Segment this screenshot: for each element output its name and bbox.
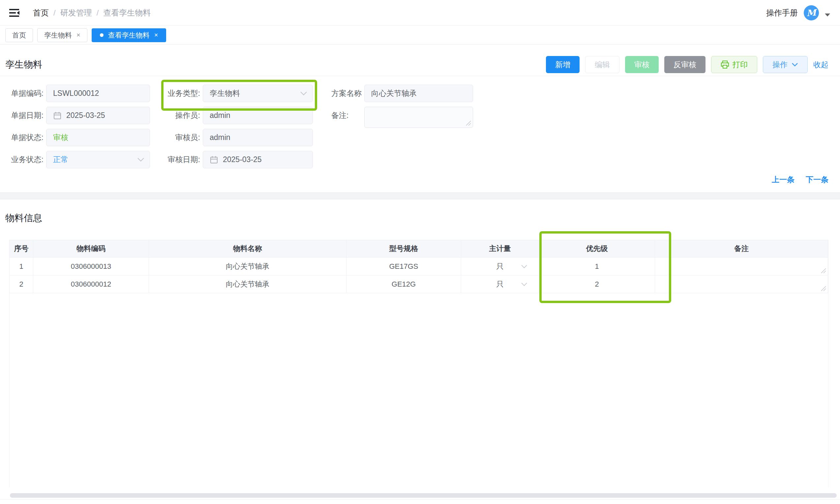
remark-textarea[interactable]: [364, 107, 473, 128]
manual-link[interactable]: 操作手册: [766, 7, 798, 18]
cell-remark[interactable]: [655, 257, 828, 275]
page: 首页 / 研发管理 / 查看孪生物料 操作手册 M 首页 孪生物料 × 查看孪生…: [0, 0, 840, 504]
cell-name: 向心关节轴承: [149, 275, 347, 293]
divider: [0, 499, 840, 500]
remark-label: 备注:: [331, 107, 368, 124]
col-header-spec: 型号规格: [347, 240, 461, 257]
action-dropdown-button[interactable]: 操作: [763, 56, 808, 73]
printer-icon: [721, 60, 729, 69]
plan-name-label: 方案名称: [331, 85, 368, 102]
chevron-down-icon: [521, 265, 527, 268]
table-header-row: 序号 物料编码 物料名称 型号规格 主计量 优先级 备注: [10, 240, 828, 257]
cell-unit-select[interactable]: 只: [461, 257, 539, 275]
cell-seq: 1: [9, 257, 33, 275]
cell-priority: 1: [539, 257, 655, 275]
toolbar: 新增 编辑 审核 反审核 打印 操作 收起: [546, 56, 828, 73]
doc-date-field: 2025-03-25: [46, 107, 150, 124]
cell-spec: GE12G: [347, 275, 461, 293]
col-header-unit: 主计量: [461, 240, 539, 257]
calendar-icon: [53, 111, 62, 120]
page-title: 孪生物料: [5, 55, 42, 74]
add-button[interactable]: 新增: [546, 56, 580, 73]
chevron-down-icon: [300, 91, 307, 95]
cell-unit-select[interactable]: 只: [461, 275, 539, 293]
edit-button[interactable]: 编辑: [585, 56, 619, 73]
col-header-code: 物料编码: [33, 240, 149, 257]
tab-bar: 首页 孪生物料 × 查看孪生物料 ×: [0, 26, 840, 44]
user-avatar[interactable]: M: [803, 5, 819, 21]
biz-status-label: 业务状态:: [5, 151, 43, 168]
calendar-icon: [210, 156, 218, 164]
breadcrumb-rd-management[interactable]: 研发管理: [60, 7, 92, 18]
section-separator: [0, 192, 840, 199]
audit-date-field: 2025-03-25: [203, 151, 313, 168]
breadcrumb: 首页 / 研发管理 / 查看孪生物料: [33, 7, 151, 18]
print-button[interactable]: 打印: [711, 56, 757, 73]
top-bar: 首页 / 研发管理 / 查看孪生物料 操作手册 M: [0, 0, 840, 26]
status-badge: 审核: [53, 132, 68, 143]
col-header-remark: 备注: [655, 240, 828, 257]
unaudit-button[interactable]: 反审核: [664, 56, 705, 73]
tab-view-twin-material[interactable]: 查看孪生物料 ×: [92, 28, 167, 42]
tab-home[interactable]: 首页: [5, 28, 33, 42]
breadcrumb-separator: /: [97, 8, 99, 17]
tab-twin-material-list[interactable]: 孪生物料 ×: [37, 28, 87, 42]
horizontal-scrollbar[interactable]: [10, 493, 837, 498]
resize-grip-icon[interactable]: [821, 286, 826, 291]
collapse-link[interactable]: 收起: [813, 60, 828, 70]
cell-code: 0306000013: [33, 257, 149, 275]
resize-grip-icon[interactable]: [466, 121, 471, 126]
record-pager: 上一条 下一条: [772, 175, 828, 185]
cell-remark[interactable]: [655, 275, 828, 293]
audit-date-label: 审核日期:: [150, 151, 200, 168]
prev-record-link[interactable]: 上一条: [772, 175, 794, 185]
cell-code: 0306000012: [33, 275, 149, 293]
operator-label: 操作员:: [150, 107, 200, 124]
auditor-field: admin: [203, 129, 313, 146]
breadcrumb-separator: /: [53, 8, 56, 17]
table-row: 2 0306000012 向心关节轴承 GE12G 只 2: [10, 275, 828, 293]
cell-name: 向心关节轴承: [149, 257, 347, 275]
col-header-name: 物料名称: [149, 240, 347, 257]
user-menu-caret-icon[interactable]: [825, 14, 830, 16]
col-header-priority: 优先级: [539, 240, 655, 257]
chevron-down-icon: [137, 158, 144, 162]
cell-priority: 2: [539, 275, 655, 293]
chevron-down-icon: [521, 282, 527, 286]
operator-field: admin: [203, 107, 313, 124]
biz-status-select[interactable]: 正常: [46, 151, 150, 168]
sidebar-fold-icon[interactable]: [8, 7, 20, 18]
cell-spec: GE17GS: [347, 257, 461, 275]
cell-seq: 2: [9, 275, 33, 293]
col-header-seq: 序号: [9, 240, 33, 257]
doc-date-label: 单据日期:: [5, 107, 43, 124]
material-table: 序号 物料编码 物料名称 型号规格 主计量 优先级 备注 1 030600001…: [9, 240, 828, 488]
divider: [0, 76, 840, 76]
breadcrumb-home[interactable]: 首页: [33, 7, 49, 18]
breadcrumb-current: 查看孪生物料: [103, 7, 151, 18]
doc-status-label: 单据状态:: [5, 129, 43, 146]
table-row: 1 0306000013 向心关节轴承 GE17GS 只 1: [10, 257, 828, 275]
doc-status-field: 审核: [46, 129, 150, 146]
chevron-down-icon: [791, 62, 798, 67]
doc-code-field: LSWL000012: [46, 85, 150, 102]
next-record-link[interactable]: 下一条: [806, 175, 828, 185]
close-icon[interactable]: ×: [154, 31, 158, 39]
close-icon[interactable]: ×: [76, 31, 81, 39]
material-section-title: 物料信息: [5, 210, 42, 226]
resize-grip-icon[interactable]: [821, 268, 826, 273]
biz-type-label: 业务类型:: [150, 85, 200, 102]
status-badge: 正常: [53, 155, 68, 165]
biz-type-select[interactable]: 孪生物料: [203, 85, 313, 102]
audit-button[interactable]: 审核: [625, 56, 659, 73]
auditor-label: 审核员:: [150, 129, 200, 146]
active-tab-dot-icon: [100, 33, 104, 37]
doc-code-label: 单据编码:: [5, 85, 43, 102]
plan-name-field: 向心关节轴承: [364, 85, 473, 102]
